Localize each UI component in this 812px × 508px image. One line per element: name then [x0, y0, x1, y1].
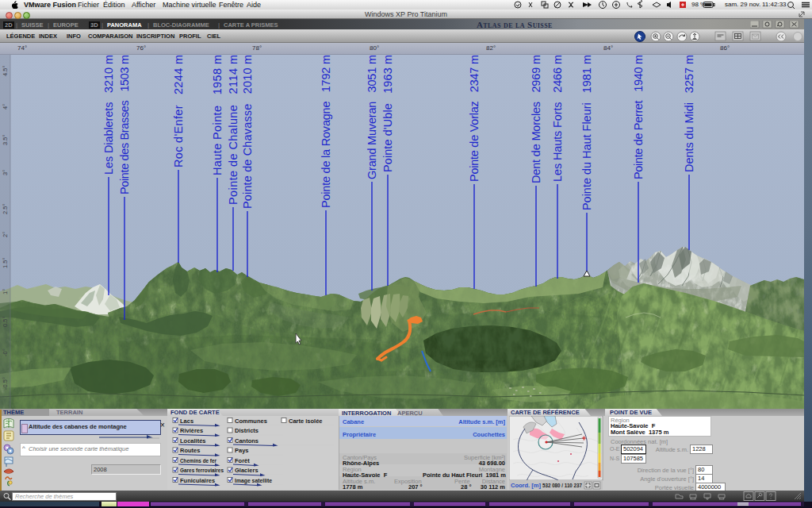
svg-text:Chemins de fer: Chemins de fer: [180, 457, 216, 464]
svg-text:Pointe de Chalune 2114 m: Pointe de Chalune 2114 m: [227, 55, 239, 205]
svg-text:Pointe de Perret 1940 m: Pointe de Perret 1940 m: [632, 55, 645, 179]
svg-text:2.5°: 2.5°: [2, 204, 9, 214]
svg-text:532 080 / 110 237: 532 080 / 110 237: [542, 483, 582, 488]
svg-text:Les Diablerets 3210 m: Les Diablerets 3210 m: [102, 55, 115, 175]
svg-text:Pointe des Brasses 1503 m: Pointe des Brasses 1503 m: [118, 55, 131, 194]
svg-text:Lacs: Lacs: [180, 418, 193, 425]
svg-text:Routes: Routes: [180, 447, 200, 454]
svg-text:Pointe de Vorlaz 2347 m: Pointe de Vorlaz 2347 m: [468, 55, 481, 182]
svg-text:Gares ferroviaires: Gares ferroviaires: [180, 467, 224, 474]
svg-text:Forêt: Forêt: [235, 457, 250, 464]
svg-text:1.5°: 1.5°: [2, 258, 9, 268]
svg-text:Coord. [m]: Coord. [m]: [511, 482, 541, 489]
svg-text:Dent de Morcles 2969 m: Dent de Morcles 2969 m: [530, 55, 542, 183]
svg-text:Les Hauts Forts 2466 m: Les Hauts Forts 2466 m: [551, 55, 564, 182]
svg-text:Grand Muveran 3051 m: Grand Muveran 3051 m: [366, 55, 378, 179]
svg-text:Haute Pointe 1958 m: Haute Pointe 1958 m: [211, 55, 224, 175]
svg-text:Pointe de la Rovagne 1792 m: Pointe de la Rovagne 1792 m: [320, 55, 332, 208]
svg-text:Funiculaires: Funiculaires: [180, 477, 215, 484]
svg-text:4°: 4°: [2, 104, 9, 110]
svg-text:Localités: Localités: [180, 437, 206, 444]
svg-text:Communes: Communes: [235, 418, 267, 425]
svg-text:Carte isolée: Carte isolée: [289, 418, 323, 425]
svg-text:Pointe du Haut Fleuri 1981 m: Pointe du Haut Fleuri 1981 m: [580, 55, 593, 210]
svg-text:-0.5°: -0.5°: [2, 377, 9, 390]
svg-text:Glaciers: Glaciers: [235, 467, 259, 474]
svg-text:Dents du Midi 3257 m: Dents du Midi 3257 m: [683, 55, 695, 172]
svg-text:-0°: -0°: [2, 348, 9, 356]
svg-text:Roc d'Enfer 2244 m: Roc d'Enfer 2244 m: [172, 55, 185, 167]
svg-text:4.5°: 4.5°: [2, 66, 9, 76]
svg-text:3.5°: 3.5°: [2, 135, 9, 145]
svg-text:3°: 3°: [2, 170, 9, 175]
svg-text:Cantons: Cantons: [235, 437, 259, 444]
svg-text:0.5°: 0.5°: [2, 317, 9, 327]
svg-text:2°: 2°: [2, 232, 9, 237]
svg-text:1°: 1°: [2, 289, 9, 294]
svg-text:Pointe d'Uble 1963 m: Pointe d'Uble 1963 m: [381, 55, 394, 172]
svg-text:Image satellite: Image satellite: [235, 477, 272, 484]
svg-text:Pays: Pays: [235, 447, 249, 454]
svg-text:Pointe de Chavasse 2010 m: Pointe de Chavasse 2010 m: [241, 55, 254, 209]
svg-text:Rivières: Rivières: [180, 427, 203, 434]
svg-text:Districts: Districts: [235, 427, 259, 434]
